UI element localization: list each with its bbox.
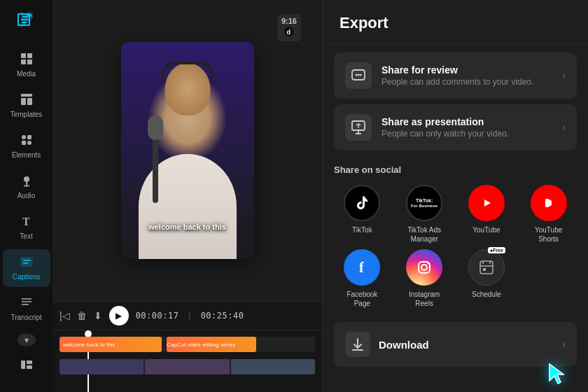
svg-rect-16	[26, 182, 27, 186]
social-item-yt-shorts[interactable]: YouTubeShorts	[520, 185, 577, 244]
sidebar: Media Templates Elements	[0, 0, 52, 392]
elements-icon	[20, 133, 34, 149]
svg-point-42	[428, 262, 430, 265]
share-presentation-desc: People can only watch your video.	[382, 129, 552, 139]
app-logo[interactable]	[14, 7, 39, 32]
facebook-label: FacebookPage	[346, 290, 377, 308]
svg-point-11	[22, 135, 26, 139]
sidebar-item-storyboard[interactable]	[3, 352, 50, 379]
video-clips	[59, 359, 315, 374]
schedule-label: Schedule	[472, 290, 501, 299]
sidebar-scroll-btn[interactable]: ▾	[18, 333, 36, 346]
cut-icon[interactable]: |◁	[59, 310, 70, 321]
video-canvas: 9:16 d welcome back to this	[52, 0, 322, 301]
text-icon: T	[20, 214, 34, 230]
sidebar-item-media[interactable]: Media	[3, 46, 50, 84]
current-time-value: 00:00:17	[136, 311, 179, 321]
sidebar-bottom	[3, 352, 50, 385]
social-item-youtube[interactable]: YouTube	[458, 185, 515, 244]
tiktok-icon	[344, 185, 380, 221]
mic-stand	[153, 133, 158, 203]
svg-rect-47	[483, 268, 486, 271]
share-presentation-icon	[345, 114, 372, 141]
video-track	[59, 359, 315, 374]
social-item-tiktok[interactable]: TikTok	[334, 185, 391, 244]
svg-rect-18	[21, 258, 32, 266]
chevron-down-icon: ▾	[24, 335, 29, 345]
sidebar-item-captions[interactable]: Captions	[3, 249, 50, 287]
sidebar-item-label: Elements	[12, 151, 41, 160]
schedule-icon: ●Free	[468, 249, 505, 286]
share-review-icon	[345, 62, 372, 89]
svg-marker-37	[484, 200, 491, 206]
storyboard-icon	[20, 358, 34, 374]
video-frame: welcome back to this	[121, 42, 254, 259]
social-item-tiktok-ads[interactable]: TikTok: For Business TikTok AdsManager	[396, 185, 453, 244]
mini-clip-2[interactable]	[145, 359, 229, 374]
svg-rect-43	[480, 261, 493, 274]
social-item-schedule[interactable]: ●Free Schedule	[458, 249, 515, 308]
delete-icon[interactable]: 🗑	[77, 310, 87, 321]
share-as-presentation-card[interactable]: Share as presentation People can only wa…	[334, 104, 577, 150]
social-grid: TikTok TikTok: For Business TikTok AdsMa…	[334, 185, 577, 308]
transcript-icon	[20, 295, 34, 312]
tiktok-label: TikTok	[352, 225, 372, 234]
sidebar-item-audio[interactable]: Audio	[3, 168, 50, 206]
share-section-title: Share on social	[334, 164, 577, 175]
tiktok-ratio-icon: d	[284, 27, 294, 38]
export-title: Export	[340, 14, 388, 31]
free-badge: ●Free	[488, 247, 505, 253]
social-item-facebook[interactable]: f FacebookPage	[334, 249, 391, 308]
youtube-icon	[468, 185, 505, 221]
sidebar-item-templates[interactable]: Templates	[3, 87, 50, 125]
sidebar-item-text[interactable]: T Text	[3, 209, 50, 246]
export-options: Share for review People can add comments…	[323, 44, 588, 159]
caption-clip-2[interactable]: CapCut video editing series	[167, 337, 256, 352]
instagram-icon	[406, 249, 442, 286]
mini-clip-3[interactable]	[231, 359, 315, 374]
svg-rect-12	[27, 135, 31, 139]
download-timeline-icon[interactable]: ⬇	[94, 310, 102, 321]
svg-rect-24	[21, 360, 25, 369]
mic-head	[148, 115, 163, 140]
track-row-video	[59, 357, 315, 377]
export-panel: Export Share for review People can add c…	[322, 0, 588, 392]
download-icon	[345, 332, 370, 357]
svg-text:T: T	[22, 216, 30, 227]
mini-clip-1[interactable]	[59, 359, 144, 374]
share-presentation-title: Share as presentation	[382, 116, 552, 127]
svg-rect-38	[545, 199, 548, 207]
social-item-instagram[interactable]: InstagramReels	[396, 249, 453, 308]
sidebar-item-elements[interactable]: Elements	[3, 127, 50, 165]
sidebar-item-transcript[interactable]: Transcript	[3, 290, 50, 328]
play-button[interactable]: ▶	[109, 306, 129, 326]
templates-icon	[20, 92, 34, 108]
share-presentation-arrow: ›	[562, 121, 566, 134]
ratio-badge[interactable]: 9:16 d	[277, 14, 301, 41]
timeline-controls: |◁ 🗑 ⬇ ▶ 00:00:17 | 00:25:40	[52, 302, 322, 330]
sidebar-item-label: Media	[17, 70, 36, 78]
share-for-review-card[interactable]: Share for review People can add comments…	[334, 52, 577, 99]
svg-rect-10	[27, 98, 32, 105]
caption-overlay: welcome back to this	[121, 223, 254, 231]
caption-clip-1[interactable]: welcome back to this	[59, 337, 162, 352]
share-review-arrow: ›	[562, 69, 566, 82]
download-bar[interactable]: Download ›	[334, 322, 577, 367]
svg-rect-8	[21, 94, 32, 97]
captions-icon	[20, 255, 34, 271]
sidebar-item-label: Transcript	[10, 314, 41, 322]
time-separator: |	[187, 311, 192, 321]
share-review-desc: People can add comments to your video.	[382, 77, 552, 87]
tiktok-ads-icon: TikTok: For Business	[406, 185, 442, 221]
youtube-label: YouTube	[472, 225, 500, 234]
yt-shorts-icon	[531, 185, 567, 221]
current-time: 00:00:17 | 00:25:40	[136, 311, 244, 321]
svg-rect-13	[22, 141, 26, 145]
sidebar-item-label: Text	[20, 232, 32, 241]
timeline-tracks: welcome back to this CapCut video editin…	[52, 330, 322, 392]
svg-point-15	[24, 176, 29, 182]
svg-point-41	[421, 265, 427, 270]
tiktok-ads-label: TikTok AdsManager	[407, 225, 441, 244]
sidebar-item-label: Audio	[18, 192, 36, 200]
logo-area	[14, 7, 39, 32]
